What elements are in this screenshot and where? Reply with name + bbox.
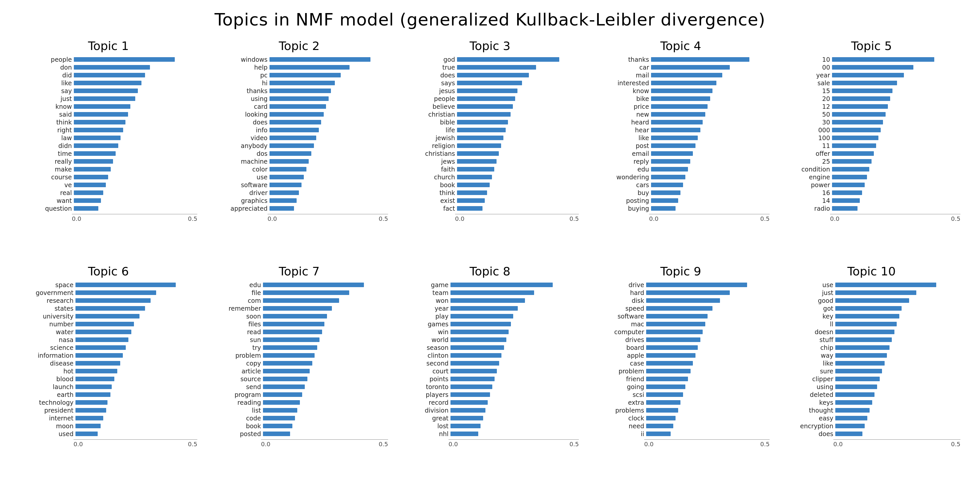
bar-row: states [20, 305, 197, 312]
bar-label: extra [592, 399, 644, 406]
bar-fill [263, 322, 325, 326]
bar-row: video [210, 134, 388, 142]
bar-fill [263, 290, 349, 295]
bar-track [450, 353, 579, 358]
bar-label: thanks [592, 56, 649, 63]
x-tick-0: 0.0 [261, 441, 270, 447]
bar-fill [74, 183, 106, 187]
bar-row: new [592, 111, 770, 118]
bar-fill [74, 57, 175, 62]
bar-fill [74, 206, 98, 211]
bar-fill [651, 151, 693, 156]
bar-label: really [20, 158, 72, 165]
bar-fill [75, 392, 110, 397]
bar-label: just [20, 95, 72, 102]
bar-fill [269, 89, 331, 93]
bar-row: know [20, 103, 197, 110]
bar-row: looking [210, 111, 388, 118]
bar-row: games [401, 320, 579, 328]
bar-track [646, 361, 770, 366]
bar-fill [646, 361, 693, 366]
bar-track [74, 73, 197, 78]
bar-fill [832, 206, 858, 211]
bar-row: church [401, 173, 579, 181]
bar-track [74, 57, 197, 62]
bar-track [263, 385, 388, 389]
bar-label: drives [592, 336, 644, 343]
bar-fill [450, 353, 501, 358]
x-tick-0: 0.0 [644, 441, 654, 447]
bar-fill [75, 290, 156, 295]
bar-track [263, 345, 388, 350]
bar-label: nhl [401, 430, 449, 438]
bar-row: jews [401, 158, 579, 165]
bar-fill [269, 167, 306, 172]
bar-row: internet [20, 415, 197, 422]
chart-body-9: driveharddiskspeedsoftwaremaccomputerdri… [592, 281, 770, 477]
bar-row: anybody [210, 142, 388, 149]
bar-label: game [401, 281, 449, 288]
bar-track [75, 416, 197, 420]
bar-row: research [20, 297, 197, 304]
bar-fill [457, 81, 522, 85]
bar-track [457, 175, 579, 179]
bar-label: internet [20, 415, 73, 422]
bar-fill [832, 159, 872, 164]
bar-fill [646, 377, 688, 381]
bar-label: season [401, 344, 449, 351]
bar-row: does [783, 430, 960, 438]
bar-fill [450, 298, 525, 303]
bar-track [651, 120, 770, 124]
bar-fill [646, 353, 695, 358]
chart-body-10: usejustgoodgotkeylldoesnstuffchipwaylike… [783, 281, 960, 477]
bar-row: info [210, 126, 388, 134]
bar-track [263, 416, 388, 420]
bar-track [835, 385, 960, 389]
bar-row: clinton [401, 352, 579, 359]
bar-fill [651, 104, 708, 109]
bar-fill [263, 361, 312, 366]
bar-label: com [210, 297, 261, 304]
bar-row: disease [20, 360, 197, 367]
bar-fill [646, 408, 678, 412]
bar-fill [450, 345, 504, 350]
bar-track [457, 191, 579, 195]
bar-fill [651, 81, 716, 85]
bar-label: anybody [210, 142, 267, 149]
bar-row: posted [210, 430, 388, 438]
bar-label: file [210, 289, 261, 296]
bar-fill [835, 392, 875, 397]
x-axis: 0.00.5 [455, 214, 579, 222]
bar-row: cars [592, 181, 770, 188]
bar-label: car [592, 64, 649, 71]
bar-row: don [20, 64, 197, 71]
bar-track [269, 191, 388, 195]
bar-label: want [20, 197, 72, 204]
bar-fill [450, 400, 488, 405]
bar-label: world [401, 336, 449, 343]
bar-label: pc [210, 72, 267, 79]
bar-label: board [592, 344, 644, 351]
bar-label: great [401, 415, 449, 422]
chart-title: Topics in NMF model (generalized Kullbac… [0, 0, 980, 36]
bar-track [450, 385, 579, 389]
bar-row: technology [20, 399, 197, 406]
bar-row: power [783, 181, 960, 188]
bar-fill [74, 191, 103, 195]
bar-track [450, 431, 579, 436]
bar-fill [457, 167, 494, 172]
bar-fill [263, 408, 297, 412]
bar-row: book [401, 181, 579, 188]
bar-track [74, 89, 197, 93]
bar-label: hot [20, 368, 73, 375]
x-axis: 0.00.5 [833, 439, 960, 447]
bar-label: states [20, 305, 73, 312]
bar-label: play [401, 313, 449, 320]
bar-fill [651, 57, 749, 62]
bar-track [835, 329, 960, 334]
bar-label: posted [210, 430, 261, 438]
bar-row: christian [401, 111, 579, 118]
bar-row: 14 [783, 197, 960, 204]
bar-fill [835, 345, 889, 350]
bar-label: earth [20, 391, 73, 398]
